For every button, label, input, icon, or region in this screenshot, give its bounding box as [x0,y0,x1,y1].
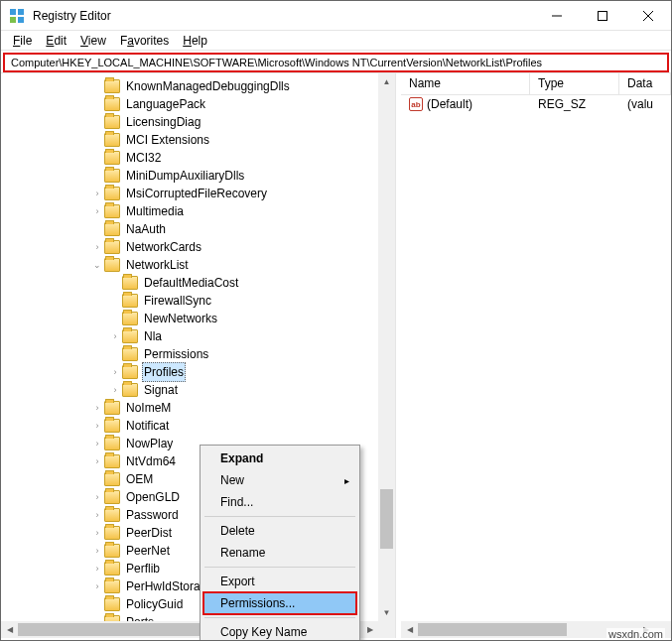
tree-item-label: Signat [142,381,180,399]
expand-icon[interactable]: › [90,185,104,202]
ctx-separator [204,567,355,568]
value-row[interactable]: ab (Default) REG_SZ (valu [401,95,671,113]
value-name-cell[interactable]: ab (Default) [401,97,530,111]
close-button[interactable] [625,1,671,31]
folder-icon [104,222,120,236]
tree-item[interactable]: ›KnownManagedDebuggingDlls [1,77,395,95]
menu-help[interactable]: Help [177,32,213,50]
folder-icon [104,579,120,593]
tree-item[interactable]: ›MiniDumpAuxiliaryDlls [1,167,395,185]
ctx-delete[interactable]: Delete [202,520,357,542]
folder-icon [122,276,138,290]
scroll-track[interactable] [378,90,395,604]
expand-icon[interactable]: › [90,435,104,452]
tree-item[interactable]: ›Notificat [1,417,395,435]
window-title: Registry Editor [33,9,534,23]
tree-item[interactable]: ⌄NetworkList [1,256,395,274]
tree-item[interactable]: ›NaAuth [1,220,395,238]
values-header[interactable]: Name Type Data [401,73,671,95]
expand-icon[interactable]: › [108,327,122,345]
scroll-thumb[interactable] [418,623,567,636]
tree-item[interactable]: ›FirewallSync [1,292,395,310]
folder-icon [104,508,120,522]
collapse-icon[interactable]: ⌄ [90,256,104,274]
minimize-button[interactable] [534,1,580,31]
expand-icon[interactable]: › [90,506,104,524]
tree-item[interactable]: ›DefaultMediaCost [1,274,395,292]
expand-icon[interactable]: › [90,488,104,506]
ctx-rename[interactable]: Rename [202,542,357,564]
expand-icon[interactable]: › [108,363,122,381]
scroll-thumb[interactable] [380,489,393,549]
tree-item[interactable]: ›MCI Extensions [1,131,395,149]
expand-icon[interactable]: › [108,381,122,399]
ctx-expand[interactable]: Expand [202,448,357,469]
ctx-separator [204,617,355,618]
tree-item-label: Nla [142,327,164,345]
tree-item[interactable]: ›NewNetworks [1,310,395,327]
tree-item-label: Permissions [142,345,210,363]
scroll-down-button[interactable]: ▼ [378,604,395,621]
tree-item[interactable]: ›Profiles [1,363,395,381]
scroll-left-button[interactable]: ◀ [1,621,18,638]
maximize-button[interactable] [580,1,625,31]
tree-item[interactable]: ›Signat [1,381,395,399]
ctx-copy-key-name[interactable]: Copy Key Name [202,621,357,641]
column-name[interactable]: Name [401,73,530,94]
ctx-find[interactable]: Find... [202,491,357,513]
expand-icon[interactable]: › [90,417,104,435]
tree-item-label: PolicyGuid [124,595,185,613]
column-data[interactable]: Data [619,73,671,94]
ctx-export[interactable]: Export [202,571,357,592]
expand-icon[interactable]: › [90,577,104,595]
expand-icon[interactable]: › [90,202,104,220]
watermark: wsxdn.com [606,628,665,640]
tree-item-label: LanguagePack [124,95,207,113]
scroll-left-button[interactable]: ◀ [401,621,418,638]
expand-icon[interactable]: › [90,560,104,577]
folder-icon [122,365,138,379]
menu-favorites[interactable]: Favorites [114,32,175,50]
folder-icon [104,204,120,218]
tree-item[interactable]: ›NoImeM [1,399,395,417]
scroll-right-button[interactable]: ▶ [361,621,378,638]
tree-item[interactable]: ›MsiCorruptedFileRecovery [1,185,395,202]
tree-item[interactable]: ›Multimedia [1,202,395,220]
expand-icon[interactable]: › [90,542,104,560]
column-type[interactable]: Type [530,73,619,94]
expand-icon[interactable]: › [90,452,104,470]
value-data: (valu [619,97,671,111]
tree-item[interactable]: ›MCI32 [1,149,395,167]
tree-item[interactable]: ›Permissions [1,345,395,363]
menu-edit[interactable]: Edit [40,32,72,50]
tree-item-label: DefaultMediaCost [142,274,240,292]
tree-vertical-scrollbar[interactable]: ▲ ▼ [378,73,395,621]
folder-icon [104,562,120,576]
address-bar[interactable]: Computer\HKEY_LOCAL_MACHINE\SOFTWARE\Mic… [3,53,669,72]
tree-item[interactable]: ›Nla [1,327,395,345]
tree-item[interactable]: ›LanguagePack [1,95,395,113]
ctx-permissions[interactable]: Permissions... [202,591,357,615]
app-icon [9,8,25,24]
folder-icon [104,169,120,183]
menu-bar: File Edit View Favorites Help [1,31,671,51]
folder-icon [104,437,120,450]
tree-item-label: MCI Extensions [124,131,211,149]
expand-icon[interactable]: › [90,524,104,542]
folder-icon [104,419,120,433]
ctx-new[interactable]: New [202,469,357,491]
folder-icon [104,490,120,504]
context-menu: Expand New Find... Delete Rename Export … [200,445,360,641]
menu-file[interactable]: File [7,32,38,50]
folder-icon [122,312,138,325]
expand-icon[interactable]: › [90,399,104,417]
svg-rect-3 [18,17,24,23]
tree-item-label: LicensingDiag [124,113,202,131]
tree-item-label: NetworkCards [124,238,203,256]
scroll-up-button[interactable]: ▲ [378,73,395,90]
expand-icon[interactable]: › [90,238,104,256]
tree-item-label: OpenGLD [124,488,182,506]
menu-view[interactable]: View [74,32,112,50]
tree-item[interactable]: ›LicensingDiag [1,113,395,131]
tree-item[interactable]: ›NetworkCards [1,238,395,256]
